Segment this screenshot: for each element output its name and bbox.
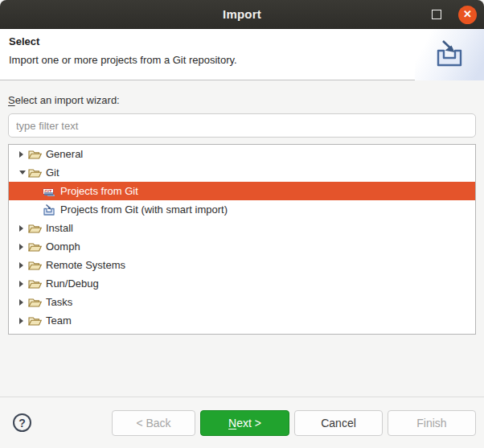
folder-icon [28,296,43,308]
tree-item-install[interactable]: Install [9,219,475,237]
banner-art [415,29,484,80]
tree-item-label: Run/Debug [46,274,99,293]
next-button-mnemonic: N [228,417,236,430]
import-icon [43,203,57,216]
tree-item-projects-from-git-with-smart-import-[interactable]: Projects from Git (with smart import) [9,200,475,219]
folder-icon [28,333,43,335]
git-icon: GIT [43,185,57,197]
import-banner-icon [434,39,465,71]
filter-input[interactable] [8,113,476,138]
tree-item-label: Install [46,219,73,237]
next-button-rest: ext > [236,417,261,430]
titlebar[interactable]: Import ✕ [0,0,484,29]
tree-item-remote-systems[interactable]: Remote Systems [9,256,475,274]
tree-item-git[interactable]: Git [9,163,475,182]
folder-icon [28,259,43,271]
help-icon[interactable]: ? [13,413,31,432]
tree-item-label: Tasks [46,293,72,311]
close-icon[interactable]: ✕ [458,6,477,24]
tree-item-team[interactable]: Team [9,311,475,330]
window-title: Import [223,7,261,21]
folder-icon [28,148,43,160]
banner-title: Select [9,35,415,47]
tree-item-label: Remote Systems [46,256,125,274]
footer-buttons: < Back Next > Cancel Finish [112,410,476,436]
folder-icon [28,222,43,234]
select-wizard-label: Select an import wizard: [8,94,476,106]
tree-item-run-debug[interactable]: Run/Debug [9,274,475,293]
tree-item-general[interactable]: General [9,145,475,163]
tree-item-textmate[interactable]: TextMate [9,330,475,335]
next-button[interactable]: Next > [200,410,289,436]
folder-icon [28,240,43,253]
tree-item-tasks[interactable]: Tasks [9,293,475,311]
tree-item-projects-from-git[interactable]: GITProjects from Git [9,182,475,200]
expand-arrow-icon[interactable] [19,151,28,158]
tree-item-label: Team [46,311,72,330]
expand-arrow-icon[interactable] [19,299,28,306]
wizard-banner: Select Import one or more projects from … [0,29,484,80]
folder-icon [28,277,43,290]
tree-item-label: Projects from Git [60,182,138,200]
expand-arrow-icon[interactable] [19,262,28,269]
wizard-tree[interactable]: GeneralGitGITProjects from GitProjects f… [8,144,476,335]
footer-bar: ? < Back Next > Cancel Finish [0,397,484,448]
collapse-arrow-icon[interactable] [19,171,28,175]
wizard-content: Select an import wizard: GeneralGitGITPr… [0,80,484,335]
cancel-button[interactable]: Cancel [294,410,383,436]
import-dialog: Import ✕ Select Import one or more proje… [0,0,484,448]
tree-item-label: TextMate [46,330,88,335]
select-wizard-label-mnemonic: S [8,94,15,106]
folder-icon [28,166,43,179]
expand-arrow-icon[interactable] [19,225,28,232]
banner-description: Import one or more projects from a Git r… [9,54,415,66]
tree-item-label: General [46,145,83,163]
back-button[interactable]: < Back [112,410,195,436]
finish-button[interactable]: Finish [388,410,476,436]
tree-item-label: Git [46,163,59,182]
select-wizard-label-rest: elect an import wizard: [15,94,120,106]
banner-text: Select Import one or more projects from … [0,29,415,80]
expand-arrow-icon[interactable] [19,318,28,324]
expand-arrow-icon[interactable] [19,244,28,250]
expand-arrow-icon[interactable] [19,281,28,287]
window-controls: ✕ [432,0,477,29]
tree-item-oomph[interactable]: Oomph [9,237,475,256]
tree-item-label: Projects from Git (with smart import) [60,200,228,219]
git-badge-base [44,192,53,195]
maximize-icon[interactable] [432,10,441,19]
folder-icon [28,314,43,327]
tree-item-label: Oomph [46,237,80,256]
